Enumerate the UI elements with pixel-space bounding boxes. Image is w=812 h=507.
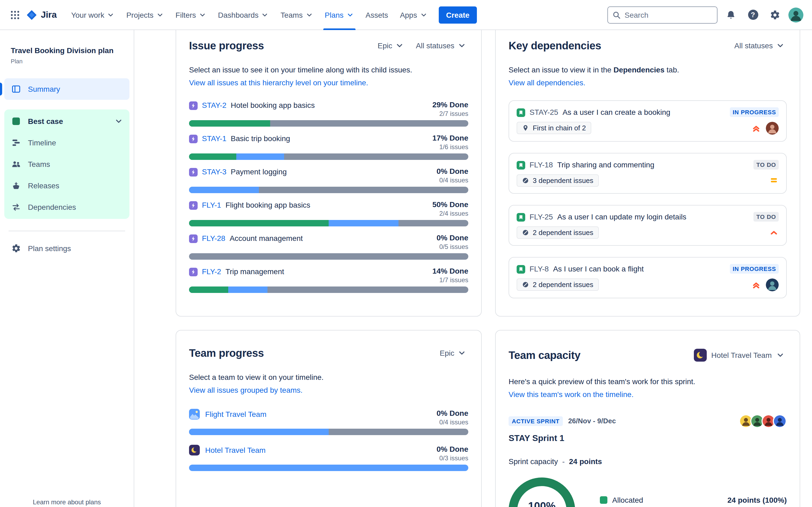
- jira-logo[interactable]: Jira: [23, 9, 61, 21]
- nav-projects[interactable]: Projects: [120, 0, 169, 30]
- capacity-separator: -: [562, 457, 565, 465]
- issue-row[interactable]: FLY-1 Flight booking app basics 50% Done…: [189, 200, 468, 226]
- learn-more-link[interactable]: Learn more about plans: [0, 498, 134, 506]
- issue-key-link[interactable]: STAY-1: [202, 134, 226, 143]
- priority-high-icon: [769, 227, 779, 237]
- dropdown-value: All statuses: [734, 41, 773, 50]
- sidebar-item-releases[interactable]: Releases: [4, 175, 130, 196]
- story-icon: [517, 108, 525, 117]
- card-title: Team progress: [189, 347, 264, 359]
- view-issues-by-team-link[interactable]: View all issues grouped by teams.: [189, 386, 303, 394]
- chevron-down-icon: [114, 117, 123, 125]
- nav-teams[interactable]: Teams: [275, 0, 319, 30]
- issue-row[interactable]: FLY-2 Trip management 14% Done 1/7 issue…: [189, 266, 468, 293]
- issue-row[interactable]: STAY-3 Payment logging 0% Done 0/4 issue…: [189, 167, 468, 193]
- notifications-icon[interactable]: [722, 6, 740, 23]
- sidebar-item-summary[interactable]: Summary: [4, 78, 130, 100]
- dependency-card[interactable]: FLY-25 As a user I can update my login d…: [509, 205, 787, 245]
- issue-key-link[interactable]: FLY-2: [202, 267, 221, 276]
- bar-done-segment: [189, 220, 329, 226]
- sprint-info-row: ACTIVE SPRINT 26/Nov - 9/Dec: [509, 414, 787, 428]
- hierarchy-filter-dropdown[interactable]: Epic: [438, 345, 468, 360]
- team-row[interactable]: Flight Travel Team 0% Done 0/4 issues: [189, 408, 468, 435]
- nav-filters[interactable]: Filters: [170, 0, 212, 30]
- sidebar-item-dependencies[interactable]: Dependencies: [4, 196, 130, 218]
- allocated-swatch: [600, 496, 607, 504]
- scenario-selector[interactable]: Best case: [4, 110, 130, 132]
- dropdown-value: Epic: [377, 41, 392, 50]
- app-switcher-icon[interactable]: [6, 6, 23, 23]
- assignee-avatar[interactable]: [766, 278, 779, 291]
- help-icon[interactable]: ?: [744, 6, 762, 23]
- timeline-icon: [11, 137, 21, 148]
- legend-label: Allocated: [612, 496, 643, 504]
- dependent-issues-label: 2 dependent issues: [533, 281, 594, 289]
- member-avatar[interactable]: [773, 414, 787, 428]
- status-filter-dropdown[interactable]: All statuses: [732, 38, 787, 53]
- dependent-issues-pill: 2 dependent issues: [517, 226, 599, 238]
- sprint-dates: 26/Nov - 9/Dec: [568, 417, 616, 425]
- search-input[interactable]: [607, 6, 717, 23]
- view-all-dependencies-link[interactable]: View all dependencies.: [509, 78, 586, 87]
- settings-gear-icon[interactable]: [766, 6, 783, 23]
- issue-row[interactable]: FLY-28 Account management 0% Done 0/5 is…: [189, 233, 468, 260]
- issue-key-link[interactable]: STAY-3: [202, 167, 226, 176]
- issue-row[interactable]: STAY-1 Basic trip booking 17% Done 1/6 i…: [189, 133, 468, 160]
- nav-label: Dashboards: [218, 10, 259, 19]
- issue-key-link[interactable]: FLY-28: [202, 234, 225, 242]
- issue-count: 0/4 issues: [439, 176, 468, 184]
- summary-main-content: Issue progress Epic All statuses: [134, 30, 812, 507]
- chevron-down-icon: [458, 349, 466, 357]
- issue-summary: Trip sharing and commenting: [557, 160, 654, 169]
- view-team-work-link[interactable]: View this team's work on the timeline.: [509, 390, 634, 398]
- dependency-card[interactable]: FLY-8 As I user I can book a flight IN P…: [509, 257, 787, 298]
- bar-inprogress-segment: [237, 153, 284, 160]
- active-indicator: [0, 82, 2, 95]
- status-badge: IN PROGRESS: [730, 107, 779, 117]
- user-avatar[interactable]: [789, 7, 803, 22]
- nav-dashboards[interactable]: Dashboards: [212, 0, 275, 30]
- sidebar-item-label: Dependencies: [28, 203, 76, 211]
- epic-icon: [189, 101, 198, 110]
- navbar-utilities: ?: [607, 6, 803, 23]
- team-row[interactable]: Hotel Travel Team 0% Done 0/3 issues: [189, 445, 468, 471]
- card-description: Here's a quick preview of this team's wo…: [509, 377, 787, 387]
- status-filter-dropdown[interactable]: All statuses: [414, 38, 468, 53]
- issue-progress-bar: [189, 286, 468, 293]
- issue-progress-bar: [189, 253, 468, 260]
- create-button[interactable]: Create: [439, 6, 477, 23]
- issue-summary: Hotel booking app basics: [231, 101, 315, 109]
- issue-count: 2/7 issues: [439, 110, 468, 117]
- hierarchy-filter-dropdown[interactable]: Epic: [375, 38, 406, 53]
- chain-position-pill: First in chain of 2: [517, 122, 591, 134]
- plan-header: Travel Booking Division plan Plan: [0, 46, 134, 64]
- view-all-issues-link[interactable]: View all issues at this hierarchy level …: [189, 78, 368, 87]
- donut-percentage: 100%: [528, 500, 556, 507]
- team-filter-dropdown[interactable]: Hotel Travel Team: [692, 345, 787, 365]
- story-icon: [517, 161, 525, 169]
- team-name-link[interactable]: Hotel Travel Team: [205, 446, 265, 454]
- chevron-down-icon: [776, 351, 784, 359]
- priority-highest-icon: [751, 123, 761, 133]
- done-percentage: 0% Done: [437, 408, 468, 417]
- team-name-link[interactable]: Flight Travel Team: [205, 410, 266, 418]
- sidebar-item-timeline[interactable]: Timeline: [4, 132, 130, 153]
- sidebar-item-teams[interactable]: Teams: [4, 153, 130, 175]
- sidebar-item-plan-settings[interactable]: Plan settings: [4, 237, 130, 259]
- nav-assets[interactable]: Assets: [360, 0, 394, 30]
- assignee-avatar[interactable]: [766, 121, 779, 134]
- capacity-label: Sprint capacity: [509, 457, 558, 465]
- dependent-issues-pill: 2 dependent issues: [517, 278, 599, 291]
- dependency-card[interactable]: STAY-25 As a user I can create a booking…: [509, 100, 787, 142]
- dependency-card[interactable]: FLY-18 Trip sharing and commenting TO DO…: [509, 153, 787, 193]
- nav-apps[interactable]: Apps: [394, 0, 433, 30]
- nav-your-work[interactable]: Your work: [65, 0, 120, 30]
- dependency-count-icon: [522, 229, 529, 236]
- epic-icon: [189, 134, 198, 143]
- sidebar-item-label: Timeline: [28, 138, 56, 147]
- issue-key-link[interactable]: STAY-2: [202, 101, 226, 109]
- issue-row[interactable]: STAY-2 Hotel booking app basics 29% Done…: [189, 100, 468, 126]
- issue-key-link[interactable]: FLY-1: [202, 201, 221, 209]
- hotel-team-avatar: [694, 349, 707, 361]
- nav-plans[interactable]: Plans: [319, 0, 360, 30]
